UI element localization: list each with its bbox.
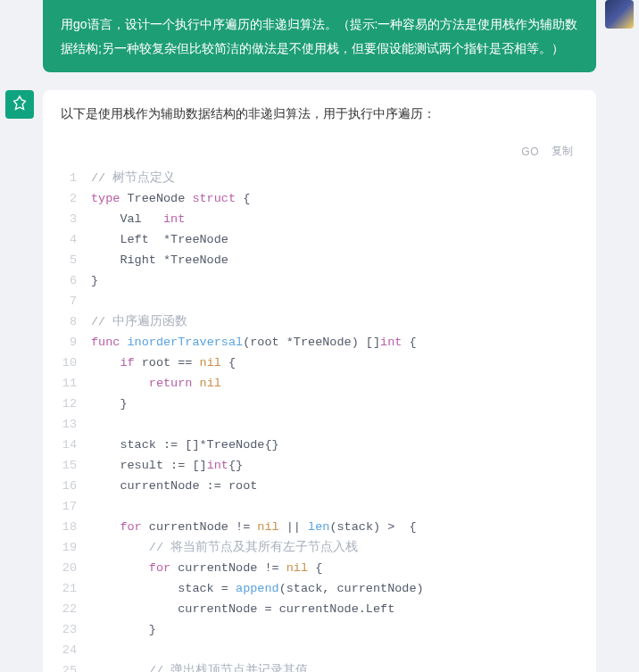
line-number: 17 [55, 496, 91, 517]
line-number: 20 [55, 558, 91, 578]
code-text: result := []int{} [91, 455, 584, 476]
code-line: 11 return nil [55, 373, 584, 394]
user-avatar [605, 0, 634, 29]
line-number: 14 [55, 435, 91, 455]
code-text: for currentNode != nil { [91, 558, 584, 578]
line-number: 25 [55, 660, 91, 672]
line-number: 7 [55, 291, 91, 311]
copy-button[interactable]: 复制 [552, 144, 573, 159]
code-text [91, 496, 584, 517]
code-line: 25 // 弹出栈顶节点并记录其值 [55, 660, 584, 672]
code-line: 15 result := []int{} [55, 455, 584, 476]
code-text: } [91, 270, 584, 291]
user-message-bubble: 用go语言，设计一个执行中序遍历的非递归算法。（提示:一种容易的方法是使用栈作为… [43, 0, 596, 72]
line-number: 8 [55, 311, 91, 332]
line-number: 2 [55, 188, 91, 209]
code-line: 24 [55, 640, 584, 660]
code-line: 12 } [55, 394, 584, 414]
code-line: 10 if root == nil { [55, 353, 584, 373]
code-text: } [91, 619, 584, 640]
code-text: for currentNode != nil || len(stack) > { [91, 517, 584, 537]
code-text: type TreeNode struct { [91, 188, 584, 209]
code-line: 4 Left *TreeNode [55, 229, 584, 250]
line-number: 9 [55, 332, 91, 353]
assistant-body: 以下是使用栈作为辅助数据结构的非递归算法，用于执行中序遍历： GO 复制 1//… [43, 90, 596, 672]
user-message-text: 用go语言，设计一个执行中序遍历的非递归算法。（提示:一种容易的方法是使用栈作为… [61, 17, 577, 55]
line-number: 13 [55, 414, 91, 435]
code-text: func inorderTraversal(root *TreeNode) []… [91, 332, 584, 353]
code-text: Val int [91, 209, 584, 229]
code-block: GO 复制 1// 树节点定义2type TreeNode struct {3 … [55, 138, 584, 672]
code-text: } [91, 394, 584, 414]
line-number: 24 [55, 640, 91, 660]
code-line: 3 Val int [55, 209, 584, 229]
line-number: 18 [55, 517, 91, 537]
code-line: 20 for currentNode != nil { [55, 558, 584, 578]
code-line: 6} [55, 270, 584, 291]
code-line: 7 [55, 291, 584, 311]
code-line: 9func inorderTraversal(root *TreeNode) [… [55, 332, 584, 353]
assistant-avatar [5, 90, 34, 119]
code-line: 16 currentNode := root [55, 476, 584, 496]
code-line: 18 for currentNode != nil || len(stack) … [55, 517, 584, 537]
code-text: currentNode := root [91, 476, 584, 496]
code-text: Right *TreeNode [91, 250, 584, 270]
code-line: 14 stack := []*TreeNode{} [55, 435, 584, 455]
line-number: 4 [55, 229, 91, 250]
line-number: 10 [55, 353, 91, 373]
code-line: 13 [55, 414, 584, 435]
line-number: 16 [55, 476, 91, 496]
line-number: 1 [55, 168, 91, 188]
code-line: 17 [55, 496, 584, 517]
assistant-message: 以下是使用栈作为辅助数据结构的非递归算法，用于执行中序遍历： GO 复制 1//… [43, 90, 596, 672]
line-number: 19 [55, 537, 91, 558]
line-number: 5 [55, 250, 91, 270]
code-line: 19 // 将当前节点及其所有左子节点入栈 [55, 537, 584, 558]
line-number: 6 [55, 270, 91, 291]
code-text: stack = append(stack, currentNode) [91, 578, 584, 599]
line-number: 15 [55, 455, 91, 476]
assistant-intro-text: 以下是使用栈作为辅助数据结构的非递归算法，用于执行中序遍历： [43, 106, 596, 126]
code-text: // 树节点定义 [91, 168, 584, 188]
code-text: // 弹出栈顶节点并记录其值 [91, 660, 584, 672]
code-header: GO 复制 [55, 138, 584, 168]
code-line: 23 } [55, 619, 584, 640]
code-line: 8// 中序遍历函数 [55, 311, 584, 332]
code-line: 21 stack = append(stack, currentNode) [55, 578, 584, 599]
line-number: 12 [55, 394, 91, 414]
code-text [91, 291, 584, 311]
line-number: 23 [55, 619, 91, 640]
code-line: 22 currentNode = currentNode.Left [55, 599, 584, 619]
assistant-logo-icon [10, 95, 29, 114]
line-number: 3 [55, 209, 91, 229]
code-text [91, 414, 584, 435]
code-text: if root == nil { [91, 353, 584, 373]
code-text: currentNode = currentNode.Left [91, 599, 584, 619]
code-text: Left *TreeNode [91, 229, 584, 250]
code-text [91, 640, 584, 660]
code-line: 1// 树节点定义 [55, 168, 584, 188]
code-text: stack := []*TreeNode{} [91, 435, 584, 455]
code-content[interactable]: 1// 树节点定义2type TreeNode struct {3 Val in… [55, 168, 584, 672]
line-number: 22 [55, 599, 91, 619]
code-text: // 将当前节点及其所有左子节点入栈 [91, 537, 584, 558]
code-text: // 中序遍历函数 [91, 311, 584, 332]
line-number: 21 [55, 578, 91, 599]
code-text: return nil [91, 373, 584, 394]
code-line: 5 Right *TreeNode [55, 250, 584, 270]
code-line: 2type TreeNode struct { [55, 188, 584, 209]
code-language-label: GO [521, 145, 539, 158]
line-number: 11 [55, 373, 91, 394]
